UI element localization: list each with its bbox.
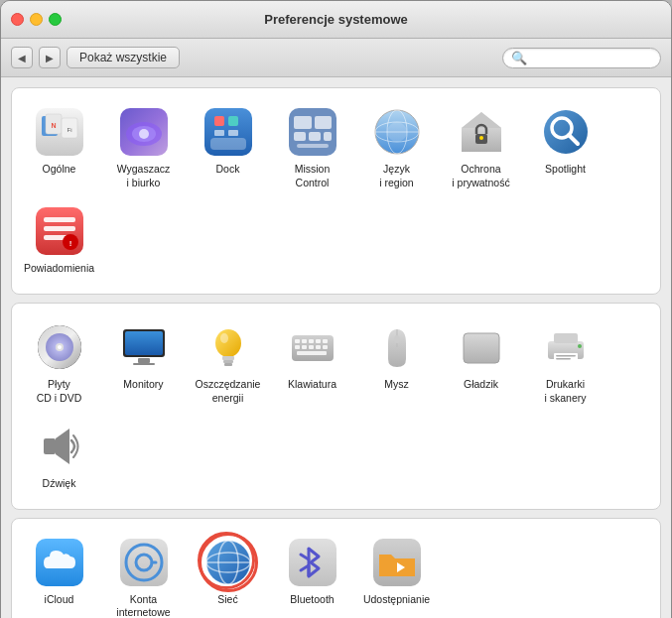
svg-rect-37 bbox=[44, 226, 75, 231]
svg-rect-21 bbox=[324, 132, 332, 141]
internet-grid: iCloud Kontainternetowe bbox=[17, 529, 655, 618]
item-udostepnianie[interactable]: Udostępnianie bbox=[354, 529, 439, 618]
item-ogolne[interactable]: N Fi Ogólne bbox=[17, 98, 101, 197]
svg-point-27 bbox=[387, 122, 407, 142]
icloud-icon bbox=[34, 537, 85, 588]
svg-rect-22 bbox=[297, 144, 329, 148]
svg-rect-59 bbox=[316, 339, 321, 343]
bluetooth-label: Bluetooth bbox=[290, 593, 334, 607]
svg-rect-64 bbox=[316, 345, 321, 349]
svg-rect-62 bbox=[302, 345, 307, 349]
icloud-label: iCloud bbox=[45, 593, 74, 607]
svg-rect-12 bbox=[214, 116, 224, 126]
section-hardware: PłytyCD i DVD Monitory bbox=[11, 303, 661, 510]
dzwiek-icon bbox=[34, 421, 85, 472]
item-dzwiek[interactable]: Dźwięk bbox=[17, 413, 101, 499]
svg-point-45 bbox=[58, 345, 62, 349]
svg-rect-77 bbox=[44, 438, 56, 454]
konta-label: Kontainternetowe bbox=[116, 593, 170, 618]
toolbar: ◀ ▶ Pokaż wszystkie 🔍 bbox=[1, 39, 671, 77]
item-spotlight[interactable]: Spotlight bbox=[523, 98, 607, 197]
svg-point-32 bbox=[544, 110, 588, 154]
minimize-button[interactable] bbox=[30, 13, 43, 26]
svg-rect-52 bbox=[223, 360, 233, 363]
dzwiek-label: Dźwięk bbox=[43, 477, 76, 491]
svg-rect-53 bbox=[224, 363, 232, 366]
item-mysz[interactable]: Mysz bbox=[354, 313, 439, 413]
svg-text:!: ! bbox=[68, 239, 71, 248]
jezyk-label: Języki region bbox=[379, 163, 413, 189]
svg-point-87 bbox=[218, 541, 238, 584]
mysz-icon bbox=[371, 321, 423, 373]
item-mission[interactable]: MissionControl bbox=[270, 98, 354, 197]
spotlight-label: Spotlight bbox=[545, 163, 586, 177]
close-button[interactable] bbox=[11, 13, 24, 26]
main-window: Preferencje systemowe ◀ ▶ Pokaż wszystki… bbox=[0, 0, 672, 618]
svg-rect-61 bbox=[295, 345, 300, 349]
section-personal: N Fi Ogólne bbox=[11, 87, 661, 295]
item-klawiatura[interactable]: Klawiatura bbox=[270, 313, 354, 413]
toolbar-left: ◀ ▶ Pokaż wszystkie bbox=[11, 47, 180, 68]
drukarki-label: Drukarkii skanery bbox=[544, 378, 586, 405]
oszczedzanie-icon bbox=[202, 321, 254, 373]
klawiatura-icon bbox=[287, 321, 338, 373]
dock-label: Dock bbox=[216, 163, 240, 177]
item-wygaszacz[interactable]: Wygaszaczi biurko bbox=[101, 98, 186, 197]
svg-point-68 bbox=[394, 335, 400, 343]
search-input[interactable] bbox=[531, 51, 652, 64]
plyty-label: PłytyCD i DVD bbox=[37, 378, 82, 405]
forward-button[interactable]: ▶ bbox=[39, 47, 61, 68]
item-plyty[interactable]: PłytyCD i DVD bbox=[17, 313, 101, 413]
svg-point-88 bbox=[206, 541, 250, 584]
item-oszczedzanie[interactable]: Oszczędzanieenergii bbox=[186, 313, 270, 413]
svg-point-54 bbox=[220, 333, 228, 343]
item-konta[interactable]: Kontainternetowe bbox=[101, 529, 186, 618]
svg-point-76 bbox=[578, 344, 582, 348]
item-dock[interactable]: Dock bbox=[186, 98, 270, 197]
svg-point-50 bbox=[215, 329, 241, 357]
svg-text:N: N bbox=[51, 122, 56, 129]
svg-rect-65 bbox=[323, 345, 328, 349]
item-gladzik[interactable]: Gładzik bbox=[439, 313, 523, 413]
show-all-button[interactable]: Pokaż wszystkie bbox=[67, 47, 180, 68]
wygaszacz-label: Wygaszaczi biurko bbox=[117, 163, 171, 189]
section-internet: iCloud Kontainternetowe bbox=[11, 518, 661, 618]
dock-icon bbox=[202, 106, 254, 158]
titlebar: Preferencje systemowe bbox=[1, 1, 671, 39]
svg-rect-15 bbox=[228, 130, 238, 136]
forward-icon: ▶ bbox=[46, 53, 54, 63]
back-button[interactable]: ◀ bbox=[11, 47, 33, 68]
svg-rect-36 bbox=[44, 217, 75, 222]
mission-label: MissionControl bbox=[295, 163, 331, 189]
item-siec[interactable]: Sieć bbox=[186, 529, 270, 618]
traffic-lights bbox=[11, 13, 62, 26]
powiadomienia-label: Powiadomienia bbox=[24, 262, 94, 276]
svg-rect-72 bbox=[554, 333, 578, 343]
svg-rect-19 bbox=[294, 132, 306, 141]
item-bluetooth[interactable]: Bluetooth bbox=[270, 529, 354, 618]
konta-icon bbox=[118, 537, 170, 588]
item-powiadomienia[interactable]: ! Powiadomienia bbox=[17, 197, 101, 284]
item-drukarki[interactable]: Drukarkii skanery bbox=[523, 313, 607, 413]
mission-icon bbox=[287, 106, 338, 158]
svg-rect-20 bbox=[309, 132, 321, 141]
svg-rect-18 bbox=[315, 116, 332, 129]
search-box[interactable]: 🔍 bbox=[502, 48, 661, 68]
svg-rect-51 bbox=[222, 356, 234, 360]
item-monitory[interactable]: Monitory bbox=[101, 313, 186, 413]
ogolne-label: Ogólne bbox=[43, 163, 76, 177]
item-icloud[interactable]: iCloud bbox=[17, 529, 101, 618]
svg-rect-74 bbox=[556, 355, 576, 357]
bluetooth-icon bbox=[287, 537, 338, 588]
oszczedzanie-label: Oszczędzanieenergii bbox=[196, 378, 261, 405]
item-jezyk[interactable]: Języki region bbox=[354, 98, 439, 197]
gladzik-label: Gładzik bbox=[464, 378, 498, 392]
item-ochrona[interactable]: Ochronai prywatność bbox=[439, 98, 523, 197]
jezyk-icon bbox=[371, 106, 423, 158]
mysz-label: Mysz bbox=[384, 378, 409, 392]
maximize-button[interactable] bbox=[49, 13, 62, 26]
ogolne-icon: N Fi bbox=[34, 106, 85, 158]
klawiatura-label: Klawiatura bbox=[288, 378, 336, 392]
svg-rect-47 bbox=[125, 331, 163, 355]
window-title: Preferencje systemowe bbox=[264, 12, 408, 27]
